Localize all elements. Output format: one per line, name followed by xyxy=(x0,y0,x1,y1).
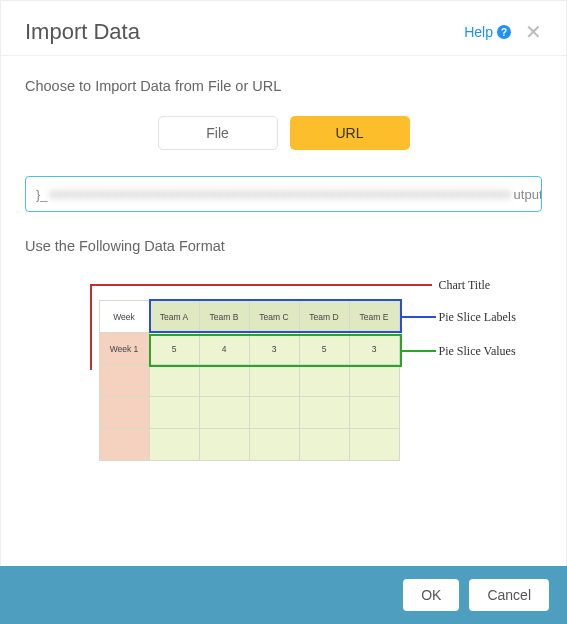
connector-line-icon xyxy=(402,350,436,352)
help-link[interactable]: Help ? xyxy=(464,24,511,40)
bracket-line-icon xyxy=(400,284,432,286)
anno-slice-values: Pie Slice Values xyxy=(439,344,516,359)
empty-cell xyxy=(299,365,349,397)
tab-file[interactable]: File xyxy=(158,116,278,150)
value-cell: 3 xyxy=(249,333,299,365)
empty-cell xyxy=(349,397,399,429)
help-icon: ? xyxy=(497,25,511,39)
url-obscured: xxxxxxxxxxxxxxxxxxxxxxxxxxxxxxxxxxxxxxxx… xyxy=(50,187,512,201)
col-header: Team D xyxy=(299,301,349,333)
close-icon[interactable]: ✕ xyxy=(525,22,542,42)
url-input[interactable]: }_ xxxxxxxxxxxxxxxxxxxxxxxxxxxxxxxxxxxxx… xyxy=(25,176,542,212)
dialog-title: Import Data xyxy=(25,19,464,45)
value-cell: 4 xyxy=(199,333,249,365)
dialog-footer: OK Cancel xyxy=(0,566,567,624)
connector-line-icon xyxy=(402,316,436,318)
empty-cell xyxy=(349,365,399,397)
row-label: Week 1 xyxy=(99,333,149,365)
col-header: Team A xyxy=(149,301,199,333)
source-tabs: File URL xyxy=(25,116,542,150)
empty-cell xyxy=(249,429,299,461)
help-label: Help xyxy=(464,24,493,40)
dialog-header: Import Data Help ? ✕ xyxy=(1,1,566,56)
empty-cell xyxy=(299,397,349,429)
value-cell: 5 xyxy=(299,333,349,365)
format-diagram: Week Team A Team B Team C Team D Team E … xyxy=(44,282,524,482)
empty-cell xyxy=(199,365,249,397)
cancel-button[interactable]: Cancel xyxy=(469,579,549,611)
choose-instruction: Choose to Import Data from File or URL xyxy=(25,78,542,94)
corner-cell: Week xyxy=(99,301,149,333)
url-lead: }_ xyxy=(36,187,48,202)
value-cell: 5 xyxy=(149,333,199,365)
empty-cell xyxy=(249,397,299,429)
empty-cell xyxy=(149,365,199,397)
empty-row-label xyxy=(99,365,149,397)
format-instruction: Use the Following Data Format xyxy=(25,238,542,254)
empty-cell xyxy=(149,397,199,429)
empty-cell xyxy=(349,429,399,461)
col-header: Team E xyxy=(349,301,399,333)
anno-chart-title: Chart Title xyxy=(439,278,491,293)
empty-cell xyxy=(249,365,299,397)
value-cell: 3 xyxy=(349,333,399,365)
format-table: Week Team A Team B Team C Team D Team E … xyxy=(99,300,400,461)
col-header: Team B xyxy=(199,301,249,333)
url-tail: utput=csv xyxy=(514,187,542,202)
col-header: Team C xyxy=(249,301,299,333)
empty-cell xyxy=(199,397,249,429)
dialog-body: Choose to Import Data from File or URL F… xyxy=(1,56,566,482)
ok-button[interactable]: OK xyxy=(403,579,459,611)
tab-url[interactable]: URL xyxy=(290,116,410,150)
empty-row-label xyxy=(99,397,149,429)
empty-cell xyxy=(299,429,349,461)
empty-cell xyxy=(199,429,249,461)
empty-cell xyxy=(149,429,199,461)
empty-row-label xyxy=(99,429,149,461)
anno-slice-labels: Pie Slice Labels xyxy=(439,310,516,325)
